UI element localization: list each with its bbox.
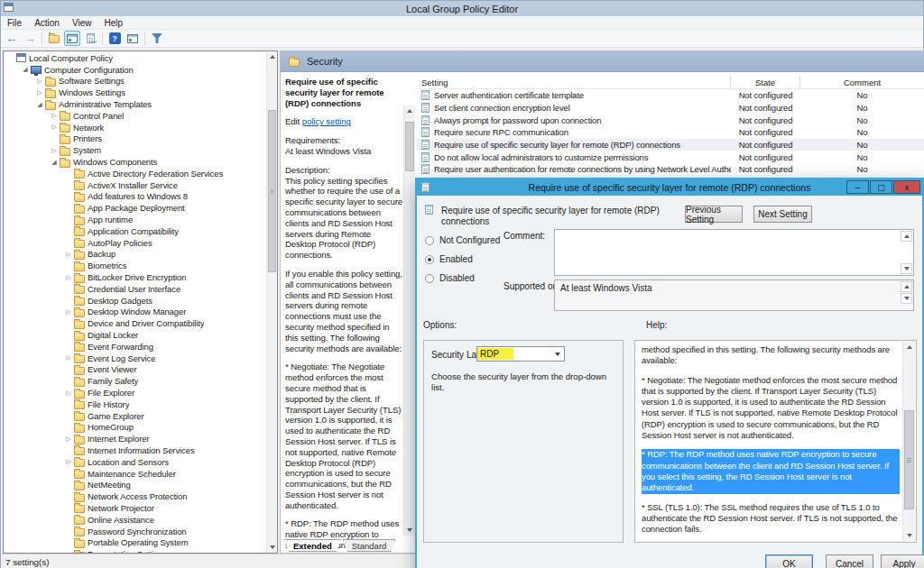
tree-expander-icon[interactable]: ▷ <box>34 89 45 96</box>
cancel-button[interactable]: Cancel <box>826 554 873 568</box>
help-scrollbar[interactable] <box>902 342 915 541</box>
scroll-down-icon[interactable] <box>901 263 912 274</box>
comment-textarea[interactable] <box>554 229 914 276</box>
tree-item-network-projector[interactable]: Network Projector <box>4 502 265 514</box>
tree-item-credential-user-interface[interactable]: Credential User Interface <box>4 283 265 295</box>
tree-item-file-explorer[interactable]: ▷File Explorer <box>4 387 265 399</box>
tree-expander-icon[interactable]: ▷ <box>63 274 74 281</box>
forward-icon[interactable] <box>22 31 38 46</box>
minimize-icon[interactable]: − <box>846 180 869 194</box>
tree-item-add-features-to-windows-8[interactable]: Add features to Windows 8 <box>4 191 265 203</box>
tab-standard[interactable]: Standard <box>343 539 396 552</box>
window-icon[interactable] <box>125 31 141 46</box>
tree-expander-icon[interactable]: ▷ <box>63 389 74 397</box>
tree-item-desktop-gadgets[interactable]: Desktop Gadgets <box>4 295 265 307</box>
tree-item-system[interactable]: ▷System <box>4 144 265 156</box>
tree-expander-icon[interactable]: ▷ <box>63 435 74 443</box>
export-list-icon[interactable] <box>82 31 98 46</box>
tree-item-backup[interactable]: ▷Backup <box>4 249 265 261</box>
ok-button[interactable]: OK <box>765 554 813 568</box>
tree-item-portable-operating-system[interactable]: Portable Operating System <box>4 536 265 548</box>
settings-row[interactable]: Do not allow local administrators to cus… <box>416 151 924 163</box>
tree-item-internet-explorer[interactable]: ▷Internet Explorer <box>4 433 265 444</box>
up-one-level-icon[interactable] <box>46 31 62 46</box>
tree-item-netmeeting[interactable]: NetMeeting <box>4 479 265 490</box>
tree-item-windows-components[interactable]: ◢Windows Components <box>4 156 265 168</box>
scroll-up-icon[interactable] <box>901 231 912 242</box>
tree-item-app-runtime[interactable]: App runtime <box>4 214 265 225</box>
scroll-down-icon[interactable] <box>404 525 415 536</box>
tree-item-active-directory-federation-services[interactable]: Active Directory Federation Services <box>4 168 265 179</box>
column-header-state[interactable]: State <box>731 76 800 88</box>
tree-expander-icon[interactable]: ▷ <box>63 458 74 465</box>
tree-item-event-forwarding[interactable]: Event Forwarding <box>4 341 265 353</box>
tree-item-biometrics[interactable]: Biometrics <box>4 260 265 271</box>
tree-expander-icon[interactable]: ▷ <box>63 251 74 258</box>
tree-item-file-history[interactable]: File History <box>4 399 265 410</box>
radio-enabled[interactable]: Enabled <box>425 254 473 264</box>
tree-item-game-explorer[interactable]: Game Explorer <box>4 410 265 422</box>
tree-item-activex-installer-service[interactable]: ActiveX Installer Service <box>4 179 265 191</box>
settings-row[interactable]: Require user authentication for remote c… <box>416 163 924 176</box>
settings-row[interactable]: Require use of specific security layer f… <box>416 139 924 151</box>
tree-item-application-compatibility[interactable]: Application Compatibility <box>4 225 265 237</box>
close-icon[interactable]: x <box>893 180 920 194</box>
column-header-setting[interactable]: Setting <box>416 76 731 88</box>
tree-item-local-computer-policy[interactable]: Local Computer Policy <box>4 52 265 64</box>
scroll-up-icon[interactable] <box>267 51 277 62</box>
tab-extended[interactable]: Extended <box>284 539 341 552</box>
column-header-comment[interactable]: Comment <box>800 76 924 88</box>
menu-file[interactable]: File <box>1 16 28 29</box>
settings-row[interactable]: Set client connection encryption levelNo… <box>416 102 924 115</box>
tree-item-homegroup[interactable]: HomeGroup <box>4 422 265 434</box>
settings-row[interactable]: Require secure RPC communicationNot conf… <box>416 126 924 139</box>
tree-item-software-settings[interactable]: ▷Software Settings <box>4 76 265 87</box>
tree-item-autoplay-policies[interactable]: AutoPlay Policies <box>4 237 265 249</box>
scroll-up-icon[interactable] <box>901 281 912 292</box>
help-icon[interactable] <box>106 31 123 46</box>
tree-item-network[interactable]: ▷Network <box>4 122 265 133</box>
tree-expander-icon[interactable]: ▷ <box>49 147 60 154</box>
tree-expander-icon[interactable]: ▷ <box>49 124 60 131</box>
tree-scrollbar-thumb[interactable] <box>268 110 276 272</box>
tree-item-computer-configuration[interactable]: ◢Computer Configuration <box>4 64 265 76</box>
tree-item-event-log-service[interactable]: ▷Event Log Service <box>4 353 265 364</box>
tree-expander-icon[interactable]: ◢ <box>49 159 60 166</box>
menu-help[interactable]: Help <box>97 16 129 29</box>
scroll-down-icon[interactable] <box>903 530 915 541</box>
tree-item-device-and-driver-compatibility[interactable]: Device and Driver Compatibility <box>4 317 265 329</box>
tree-expander-icon[interactable]: ▷ <box>49 112 60 119</box>
previous-setting-button[interactable]: Previous Setting <box>685 206 743 223</box>
tree-scrollbar[interactable] <box>266 51 277 553</box>
tree-item-windows-settings[interactable]: ▷Windows Settings <box>4 87 265 98</box>
tree-expander-icon[interactable]: ▷ <box>63 354 74 362</box>
tree-item-control-panel[interactable]: ▷Control Panel <box>4 110 265 122</box>
radio-button-icon[interactable] <box>425 274 434 283</box>
filter-icon[interactable] <box>149 31 165 46</box>
extended-pane-scrollbar[interactable] <box>403 105 415 536</box>
radio-button-icon[interactable] <box>425 255 434 264</box>
back-icon[interactable] <box>4 31 20 46</box>
security-layer-dropdown[interactable]: RDP <box>476 346 565 362</box>
tree-item-location-and-sensors[interactable]: ▷Location and Sensors <box>4 456 265 468</box>
tree-expander-icon[interactable]: ▷ <box>63 308 74 316</box>
tree-item-printers[interactable]: Printers <box>4 133 265 145</box>
tree-item-app-package-deployment[interactable]: App Package Deployment <box>4 202 265 214</box>
tree-expander-icon[interactable]: ◢ <box>20 66 31 73</box>
radio-disabled[interactable]: Disabled <box>425 273 475 283</box>
scroll-down-icon[interactable] <box>901 293 912 304</box>
console-window-icon[interactable] <box>64 31 80 46</box>
tree-item-bitlocker-drive-encryption[interactable]: ▷BitLocker Drive Encryption <box>4 271 265 283</box>
tree-item-administrative-templates[interactable]: ◢Administrative Templates <box>4 98 265 110</box>
tree-item-digital-locker[interactable]: Digital Locker <box>4 329 265 341</box>
next-setting-button[interactable]: Next Setting <box>753 206 812 223</box>
tree-item-internet-information-services[interactable]: Internet Information Services <box>4 444 265 456</box>
menu-view[interactable]: View <box>66 16 98 29</box>
tree-item-maintenance-scheduler[interactable]: Maintenance Scheduler <box>4 468 265 480</box>
help-scrollbar-thumb[interactable] <box>904 410 914 509</box>
tree-item-online-assistance[interactable]: Online Assistance <box>4 514 265 526</box>
menu-action[interactable]: Action <box>28 16 66 29</box>
apply-button[interactable]: Apply <box>881 554 924 568</box>
extended-scrollbar-thumb[interactable] <box>405 122 414 171</box>
tree-item-family-safety[interactable]: Family Safety <box>4 375 265 387</box>
